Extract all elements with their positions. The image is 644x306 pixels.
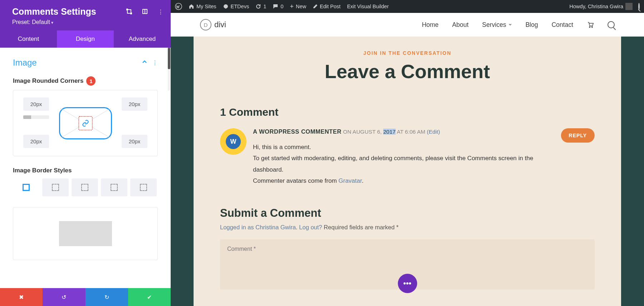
undo-button[interactable]: ↺ <box>43 288 85 306</box>
border-preview-inner <box>59 221 112 246</box>
edit-post-link[interactable]: Edit Post <box>313 4 341 9</box>
comments-link[interactable]: 0 <box>273 4 283 9</box>
corner-top-left-input[interactable] <box>23 97 49 111</box>
border-preview <box>13 207 158 260</box>
reply-button[interactable]: REPLY <box>561 128 595 143</box>
tab-content[interactable]: Content <box>0 30 57 48</box>
save-button[interactable]: ✔ <box>128 288 171 306</box>
cart-icon[interactable] <box>587 21 594 28</box>
builder-fab[interactable]: ••• <box>398 274 417 293</box>
new-link[interactable]: +New <box>290 3 306 10</box>
my-sites-link[interactable]: My Sites <box>189 4 216 9</box>
form-heading: Submit a Comment <box>220 207 595 220</box>
comments-heading: 1 Comment <box>220 106 595 118</box>
cancel-button[interactable]: ✖ <box>0 288 43 306</box>
comment-author[interactable]: A WORDPRESS COMMENTER <box>253 128 341 135</box>
exit-vb-link[interactable]: Exit Visual Builder <box>347 4 389 9</box>
howdy-link[interactable]: Howdy, Christina Gwira <box>570 3 633 10</box>
wp-logo-icon[interactable] <box>175 3 182 10</box>
comment-meta: A WORDPRESS COMMENTER ON AUGUST 6, 2017 … <box>253 128 561 135</box>
border-style-bottom[interactable] <box>101 178 127 196</box>
nav-blog[interactable]: Blog <box>526 21 538 29</box>
more-icon[interactable]: ⋮ <box>158 9 164 16</box>
comment-text: Hi, this is a comment. To get started wi… <box>253 142 561 187</box>
chevron-down-icon <box>508 23 512 27</box>
step-badge: 1 <box>86 76 96 86</box>
svg-rect-0 <box>127 10 131 13</box>
section-more-icon[interactable]: ⋮ <box>152 59 158 66</box>
page-content: JOIN IN THE CONVERSATION Leave a Comment… <box>194 37 621 306</box>
gravatar-link[interactable]: Gravatar <box>338 177 362 184</box>
panel-header: Comments Settings Preset: Default ⋮ <box>0 0 171 30</box>
highlighted-year: 2017 <box>383 129 395 135</box>
edit-comment-link[interactable]: (Edit) <box>427 129 440 135</box>
preview-area: My Sites ETDevs 1 0 +New Edit Post Exit … <box>171 0 644 306</box>
panel-footer: ✖ ↺ ↻ ✔ <box>0 288 171 306</box>
chevron-up-icon[interactable] <box>142 59 147 66</box>
border-styles-label: Image Border Styles <box>13 167 72 174</box>
settings-tabs: Content Design Advanced <box>0 30 171 48</box>
nav-about[interactable]: About <box>452 21 469 29</box>
border-styles-control <box>13 178 158 196</box>
scrollbar-thumb[interactable] <box>168 48 170 69</box>
link-corners-toggle[interactable] <box>78 116 93 130</box>
responsive-icon[interactable] <box>142 9 148 16</box>
corner-bottom-left-input[interactable] <box>23 135 49 148</box>
logo-icon: D <box>200 19 211 30</box>
logo-text: divi <box>214 20 226 29</box>
corner-bottom-right-input[interactable] <box>122 135 147 148</box>
site-logo[interactable]: D divi <box>200 19 226 30</box>
tab-design[interactable]: Design <box>57 30 114 48</box>
nav-home[interactable]: Home <box>422 21 439 29</box>
svg-point-3 <box>589 27 590 28</box>
main-nav: Home About Services Blog Contact <box>422 21 615 29</box>
image-section-title[interactable]: Image <box>13 58 37 68</box>
svg-point-4 <box>592 27 593 28</box>
rounded-corners-control <box>13 90 158 156</box>
commenter-avatar <box>220 128 247 155</box>
site-link[interactable]: ETDevs <box>223 4 249 9</box>
expand-icon[interactable] <box>126 9 132 16</box>
svg-point-2 <box>175 3 182 10</box>
redo-button[interactable]: ↻ <box>86 288 128 306</box>
nav-services[interactable]: Services <box>482 21 512 29</box>
form-subtext: Logged in as Christina Gwira. Log out? R… <box>220 224 595 231</box>
settings-panel: Comments Settings Preset: Default ⋮ Cont… <box>0 0 171 306</box>
site-search-icon[interactable] <box>608 21 615 28</box>
preset-dropdown[interactable]: Preset: Default <box>12 19 158 25</box>
site-header: D divi Home About Services Blog Contact <box>171 13 644 37</box>
wp-adminbar: My Sites ETDevs 1 0 +New Edit Post Exit … <box>171 0 644 13</box>
panel-body: Image ⋮ Image Rounded Corners 1 Image Bo… <box>0 48 171 288</box>
updates-link[interactable]: 1 <box>255 4 266 9</box>
nav-contact[interactable]: Contact <box>552 21 573 29</box>
corner-top-right-input[interactable] <box>122 97 147 111</box>
border-style-all[interactable] <box>13 178 39 196</box>
avatar-icon <box>625 3 633 10</box>
section-overtitle: JOIN IN THE CONVERSATION <box>220 50 595 56</box>
section-title: Leave a Comment <box>220 60 595 82</box>
border-style-top[interactable] <box>42 178 69 196</box>
border-style-right[interactable] <box>72 178 98 196</box>
logout-link[interactable]: Log out? <box>299 224 322 230</box>
border-style-left[interactable] <box>130 178 157 196</box>
logged-in-link[interactable]: Logged in as Christina Gwira <box>220 224 296 230</box>
unit-slider[interactable] <box>23 115 49 119</box>
tab-advanced[interactable]: Advanced <box>114 30 171 48</box>
corners-preview <box>59 107 112 139</box>
search-icon[interactable] <box>638 4 640 9</box>
rounded-corners-label: Image Rounded Corners <box>13 77 83 85</box>
